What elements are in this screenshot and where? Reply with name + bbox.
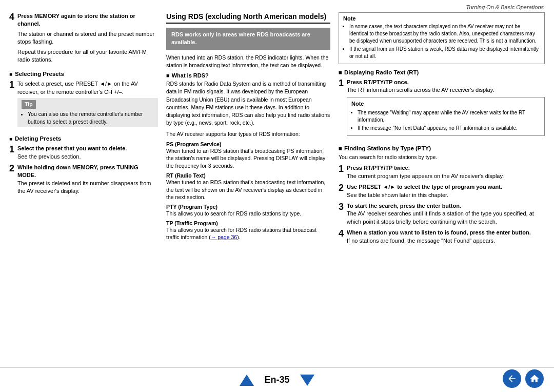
rds-type-pty: PTY (Program Type) This allows you to se… (166, 204, 330, 218)
step4-para2: Repeat this procedure for all of your fa… (17, 48, 158, 64)
footer-nav: En-35 (240, 375, 314, 386)
finding-step2-text: See the table shown later in this chapte… (347, 191, 502, 199)
note2-bullet-2: If the message "No Text Data" appears, n… (358, 125, 540, 132)
finding-step2: 2 Use PRESET ◄/► to select the type of p… (339, 183, 545, 199)
rt-step1-num: 1 (339, 79, 344, 141)
home-button[interactable] (525, 369, 544, 388)
finding-step1-heading: Press RT/PTY/TP twice. (347, 165, 410, 171)
deleting-step1-heading: Select the preset that you want to delet… (17, 145, 127, 151)
middle-column: Using RDS (excluding North American mode… (166, 12, 330, 248)
rds-notice: RDS works only in areas where RDS broadc… (166, 28, 330, 50)
tip-list: You can also use the remote controller's… (28, 110, 154, 125)
prev-page-button[interactable] (240, 375, 254, 386)
deleting-step2-text: The preset is deleted and its number dis… (17, 180, 158, 195)
ps-text: When tuned to an RDS station that's broa… (166, 147, 330, 170)
note-box-2: Note The message "Waiting" may appear wh… (347, 97, 545, 136)
rds-type-rt: RT (Radio Text) When tuned to an RDS sta… (166, 172, 330, 201)
tip-box: Tip You can also use the remote controll… (17, 98, 158, 127)
tip-label: Tip (22, 100, 36, 109)
note1-bullet-2: If the signal from an RDS station is wea… (349, 46, 540, 60)
finding-step2-content: Use PRESET ◄/► to select the type of pro… (347, 183, 502, 199)
tp-text-after: ). (237, 234, 240, 240)
rt-label: RT (Radio Text) (166, 172, 330, 179)
finding-step3: 3 To start the search, press the enter b… (339, 202, 545, 226)
right-column: Note In some cases, the text characters … (339, 12, 545, 248)
finding-intro: You can search for radio stations by typ… (339, 153, 545, 161)
finding-step4-content: When a station you want to listen to is … (347, 229, 531, 245)
pty-label: PTY (Program Type) (166, 204, 330, 210)
rds-type-tp: TP (Traffic Program) This allows you to … (166, 220, 330, 241)
selecting-step1-label: To select a preset, use PRESET ◄/► on th… (17, 81, 138, 94)
finding-step1: 1 Press RT/PTY/TP twice. The current pro… (339, 164, 545, 180)
rt-step1-heading: Press RT/PTY/TP once. (347, 79, 409, 85)
note1-label: Note (343, 15, 540, 22)
finding-step3-content: To start the search, press the enter but… (347, 202, 545, 226)
finding-stations-header: Finding Stations by Type (PTY) (339, 145, 545, 151)
next-page-button[interactable] (300, 375, 314, 386)
deleting-step1-text: See the previous section. (17, 153, 127, 161)
footer-icon-buttons (503, 369, 544, 388)
back-icon (507, 374, 517, 384)
deleting-step2-num: 2 (9, 164, 14, 195)
finding-stations-section: Finding Stations by Type (PTY) You can s… (339, 145, 545, 245)
rds-intro-para1: When tuned into an RDS station, the RDS … (166, 54, 330, 69)
step-4-block: 4 Press MEMORY again to store the statio… (9, 12, 158, 66)
tp-label: TP (Traffic Program) (166, 220, 330, 226)
main-content: 4 Press MEMORY again to store the statio… (0, 12, 554, 248)
back-button[interactable] (503, 369, 521, 388)
finding-step3-heading: To start the search, press the enter but… (347, 203, 461, 209)
finding-step1-num: 1 (339, 164, 344, 180)
finding-step3-num: 3 (339, 202, 344, 226)
rt-text: When tuned to an RDS station that's broa… (166, 179, 330, 201)
rds-type-ps: PS (Program Service) When tuned to an RD… (166, 141, 330, 170)
rt-step1-content: Press RT/PTY/TP once. The RT information… (347, 79, 545, 141)
step4-number: 4 (9, 12, 14, 66)
rt-step1: 1 Press RT/PTY/TP once. The RT informati… (339, 79, 545, 141)
finding-step4-num: 4 (339, 229, 344, 245)
header-title: Turning On & Basic Operations (466, 4, 544, 10)
selecting-step1-text: To select a preset, use PRESET ◄/► on th… (17, 80, 158, 130)
rds-types-intro: The AV receiver supports four types of R… (166, 130, 330, 138)
finding-step3-text: The AV receiver searches until it finds … (347, 210, 545, 226)
deleting-step2-content: While holding down MEMORY, press TUNING … (17, 164, 158, 195)
deleting-step1-num: 1 (9, 145, 14, 161)
finding-step4-heading: When a station you want to listen to is … (347, 229, 531, 236)
finding-step1-text: The current program type appears on the … (347, 172, 504, 180)
finding-step4-text: If no stations are found, the message "N… (347, 237, 531, 245)
left-column: 4 Press MEMORY again to store the statio… (9, 12, 158, 248)
finding-step4: 4 When a station you want to listen to i… (339, 229, 545, 245)
page-number: En-35 (264, 375, 289, 385)
pty-text: This allows you to search for RDS radio … (166, 210, 330, 218)
deleting-step1: 1 Select the preset that you want to del… (9, 145, 158, 161)
selecting-presets-header: Selecting Presets (9, 71, 158, 77)
step4-content: Press MEMORY again to store the station … (17, 12, 158, 66)
deleting-presets-header: Deleting Presets (9, 135, 158, 142)
displaying-rt-header: Displaying Radio Text (RT) (339, 69, 545, 75)
deleting-step2: 2 While holding down MEMORY, press TUNIN… (9, 164, 158, 195)
selecting-step1: 1 To select a preset, use PRESET ◄/► on … (9, 80, 158, 130)
note2-label: Note (351, 100, 540, 108)
selecting-presets-section: Selecting Presets 1 To select a preset, … (9, 71, 158, 130)
note2-list: The message "Waiting" may appear while t… (358, 109, 540, 132)
deleting-step1-content: Select the preset that you want to delet… (17, 145, 127, 161)
deleting-presets-section: Deleting Presets 1 Select the preset tha… (9, 135, 158, 195)
page-header: Turning On & Basic Operations (0, 0, 554, 12)
ps-label: PS (Program Service) (166, 141, 330, 147)
note-box-1: Note In some cases, the text characters … (339, 12, 545, 64)
step4-para1: The station or channel is stored and the… (17, 30, 158, 46)
what-is-rds-header: What is RDS? (166, 72, 330, 79)
finding-step2-num: 2 (339, 183, 344, 199)
what-is-rds-para1: RDS stands for Radio Data System and is … (166, 80, 330, 127)
home-icon (529, 374, 540, 384)
displaying-rt-section: Displaying Radio Text (RT) 1 Press RT/PT… (339, 69, 545, 141)
footer: En-35 (0, 367, 554, 392)
note1-list: In some cases, the text characters displ… (349, 23, 540, 60)
tp-link[interactable]: → page 36 (211, 234, 237, 240)
rds-section-title: Using RDS (excluding North American mode… (166, 12, 330, 24)
note2-bullet-1: The message "Waiting" may appear while t… (358, 109, 540, 124)
what-is-rds-section: What is RDS? RDS stands for Radio Data S… (166, 72, 330, 241)
tp-text: This allows you to search for RDS radio … (166, 226, 330, 241)
tip-bullet: You can also use the remote controller's… (28, 110, 154, 125)
step4-heading: Press MEMORY again to store the station … (17, 13, 135, 27)
tp-text-before: This allows you to search for RDS radio … (166, 227, 316, 241)
